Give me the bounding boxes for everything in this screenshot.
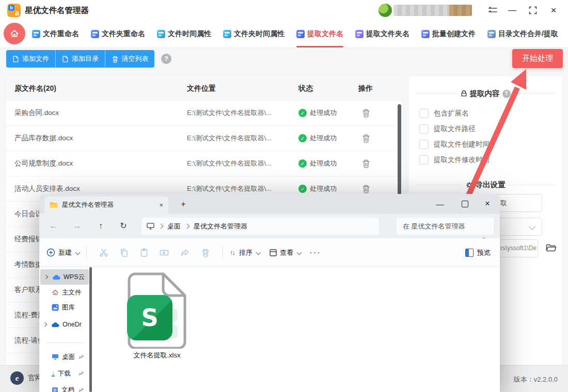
maximize-button[interactable] [525,3,541,18]
explorer-close-button[interactable]: × [477,195,498,212]
user-avatar[interactable] [378,4,392,17]
tab-file-time[interactable]: 文件时间属性 [157,21,211,47]
col-status: 状态 [298,76,313,100]
table-row[interactable]: 公司规章制度.docx E:\测试文件\文件名提取器\... ✓处理成功 [6,151,402,176]
checkbox[interactable] [419,140,429,149]
file-time-icon [157,30,165,38]
explorer-minimize-button[interactable]: — [430,195,450,212]
delete-row-icon[interactable] [361,159,371,168]
option-extract-path[interactable]: 提取文件路径 [419,121,562,137]
checkbox[interactable] [419,109,429,118]
document-icon [52,387,58,392]
menu-icon[interactable] [484,3,501,18]
delete-row-icon[interactable] [361,184,371,193]
explorer-tab[interactable]: 星优文件名管理器 × [44,197,168,214]
back-icon[interactable]: ← [45,220,61,232]
option-include-extension[interactable]: 包含扩展名 [419,106,562,121]
official-site-link[interactable]: e 官网 [10,371,42,385]
cut-icon[interactable] [99,248,108,257]
chevron-right-icon [159,224,164,229]
chevron-down-icon [75,250,81,255]
chevron-right-icon [185,224,190,229]
refresh-icon[interactable]: ↻ [116,220,131,232]
sidebar-item-desktop[interactable]: 桌面 [39,349,89,365]
tab-close-icon[interactable]: × [159,201,163,209]
sidebar-scrollbar[interactable] [89,267,92,392]
close-button[interactable]: × [545,3,562,18]
site-logo-icon: e [10,371,24,385]
breadcrumb[interactable]: 桌面 星优文件名管理器 [141,218,379,235]
sidebar-item-home[interactable]: 主文件 [39,285,89,300]
file-tile-xlsx[interactable]: S 文件名提取.xlsx [116,272,198,360]
help-icon[interactable]: ? [161,54,171,64]
new-tab-button[interactable]: + [177,198,190,210]
explorer-maximize-button[interactable] [454,195,475,212]
version-label: 版本：v2.2.0.0 [514,375,558,384]
folder-rename-icon [91,30,99,38]
sidebar-item-wps-cloud[interactable]: WPS云 [40,269,89,285]
explorer-body: WPS云 主文件 图库 OneDr 桌面 [39,267,500,392]
breadcrumb-folder[interactable]: 星优文件名管理器 [194,222,247,231]
start-process-button[interactable]: 开始处理 [512,49,563,68]
sidebar-item-documents[interactable]: 文档 [39,382,89,392]
new-button[interactable]: 新建 [46,248,80,257]
tab-batch-create[interactable]: 批量创建文件 [421,21,476,47]
sidebar-divider [46,342,84,343]
merge-extract-icon [487,30,496,38]
table-header: 原文件名(20) 文件位置 状态 操作 [6,76,402,101]
sidebar-item-gallery[interactable]: 图库 [39,300,89,315]
lock-icon [461,90,467,97]
explorer-content: S 文件名提取.xlsx [94,267,500,392]
option-extract-modified-time[interactable]: 提取文件修改时间 [419,152,562,168]
share-icon[interactable] [180,248,190,257]
add-file-button[interactable]: 添加文件 [6,50,55,68]
expand-chevron-icon[interactable] [44,275,48,279]
spreadsheet-app-icon: S [127,295,172,340]
delete-icon[interactable] [201,248,210,257]
tab-file-rename[interactable]: 文件重命名 [32,21,79,47]
sidebar-item-downloads[interactable]: ↓ 下载 [39,366,89,381]
section-help-icon[interactable]: ? [502,90,511,98]
folder-icon [50,202,58,208]
table-row[interactable]: 采购合同.docx E:\测试文件\文件名提取器\... ✓处理成功 [6,101,402,126]
tab-folder-time[interactable]: 文件夹时间属性 [223,21,285,47]
home-button[interactable] [4,23,25,44]
more-options-icon[interactable]: ··· [309,248,321,258]
explorer-search-input[interactable]: 在 星优文件名管理器 [397,218,494,235]
delete-row-icon[interactable] [361,108,371,118]
chevron-down-icon [256,250,261,255]
extract-foldername-icon [355,30,364,38]
sidebar-item-onedrive[interactable]: OneDr [39,317,89,332]
up-icon[interactable]: ↑ [93,220,108,232]
checkbox[interactable] [419,155,429,165]
table-row[interactable]: 产品库存数据.docx E:\测试文件\文件名提取器\... ✓处理成功 [6,126,402,151]
explorer-toolbar: 新建 ↑↓ 排序 [39,238,500,267]
tab-extract-filename[interactable]: 提取文件名 [296,21,343,47]
col-location: 文件位置 [187,76,216,100]
copy-icon[interactable] [120,248,129,257]
folder-time-icon [223,30,231,38]
minimize-button[interactable]: — [504,3,520,18]
view-button[interactable]: 查看 [270,248,301,257]
sort-button[interactable]: ↑↓ 排序 [230,248,260,257]
tab-folder-rename[interactable]: 文件夹重命名 [91,21,145,47]
cloud-icon [53,274,60,280]
checkbox[interactable] [419,124,429,134]
delete-row-icon[interactable] [361,134,371,143]
pin-icon [78,354,84,360]
paste-icon[interactable] [140,248,148,257]
add-folder-button[interactable]: 添加目录 [55,50,105,68]
rename-icon[interactable] [160,248,169,257]
expand-chevron-icon[interactable] [43,322,47,326]
tab-extract-foldername[interactable]: 提取文件夹名 [355,21,409,47]
file-explorer-window: 星优文件名管理器 × + — × ← → ↑ ↻ 桌面 星优文件名管理器 在 星… [39,194,500,392]
tab-merge-extract[interactable]: 目录文件合并/提取 [487,21,558,47]
forward-icon[interactable]: → [69,220,85,232]
browse-folder-icon[interactable] [544,240,558,255]
breadcrumb-desktop[interactable]: 桌面 [167,222,181,231]
preview-toggle[interactable]: 预览 [465,238,491,267]
option-extract-created-time[interactable]: 提取文件创建时间 [419,137,562,152]
view-icon [270,249,277,256]
clear-list-button[interactable]: 清空列表 [105,50,154,68]
user-name-redacted[interactable] [393,5,472,16]
